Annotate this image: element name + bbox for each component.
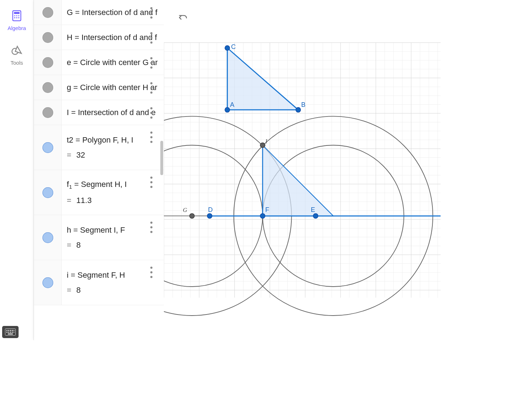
- algebra-row[interactable]: I = Intersection of d and e: [34, 100, 164, 125]
- svg-point-103: [225, 108, 230, 112]
- point-I[interactable]: I: [260, 138, 268, 148]
- visibility-toggle[interactable]: [34, 25, 62, 50]
- point-label: A: [230, 101, 234, 108]
- row-menu-button[interactable]: [147, 132, 155, 143]
- expression-text: f1 = Segment H, I: [67, 179, 127, 191]
- algebra-row[interactable]: e = Circle with center G ar: [34, 50, 164, 75]
- algebra-row[interactable]: i = Segment F, H=8: [34, 260, 164, 305]
- shapes-icon: [9, 43, 25, 58]
- visibility-toggle[interactable]: [34, 260, 62, 305]
- row-menu-button[interactable]: [147, 32, 155, 44]
- visibility-toggle[interactable]: [34, 125, 62, 170]
- svg-rect-19: [14, 332, 14, 333]
- expression-text: H = Intersection of d and f: [67, 32, 157, 43]
- point-label: C: [231, 43, 236, 50]
- equals-sign: =: [67, 239, 71, 251]
- equals-sign: =: [67, 284, 71, 296]
- expression-value: 11.3: [76, 195, 92, 206]
- row-menu-button[interactable]: [147, 177, 155, 188]
- row-menu-button[interactable]: [147, 57, 155, 69]
- svg-point-2: [14, 15, 15, 16]
- visibility-toggle[interactable]: [34, 75, 62, 100]
- point-label: B: [301, 101, 306, 108]
- expression-text: G = Intersection of d and f: [67, 7, 157, 18]
- visibility-toggle[interactable]: [34, 50, 62, 75]
- svg-point-3: [16, 15, 17, 16]
- keyboard-icon: [5, 328, 16, 336]
- svg-point-109: [207, 213, 212, 218]
- algebra-row[interactable]: g = Circle with center H ar: [34, 75, 164, 100]
- svg-point-101: [260, 143, 265, 148]
- visibility-toggle[interactable]: [34, 170, 62, 215]
- point-D[interactable]: D: [207, 206, 212, 218]
- svg-rect-17: [10, 332, 11, 333]
- expression-text: h = Segment I, F: [67, 224, 125, 236]
- point-G[interactable]: G: [183, 207, 194, 218]
- visibility-toggle[interactable]: [34, 215, 62, 260]
- row-menu-button[interactable]: [147, 107, 155, 119]
- circle-filled-gray-icon: [42, 82, 53, 93]
- row-menu-button[interactable]: [147, 267, 155, 278]
- expression-value: 8: [76, 284, 81, 296]
- visibility-toggle[interactable]: [34, 0, 62, 25]
- nav-tools-label: Tools: [10, 60, 23, 66]
- svg-rect-20: [8, 333, 13, 335]
- undo-icon: [178, 12, 188, 22]
- expression-text: t2 = Polygon F, H, I: [67, 134, 133, 146]
- circle-filled-gray-icon: [42, 107, 53, 118]
- svg-rect-13: [12, 330, 13, 331]
- nav-algebra[interactable]: Algebra: [7, 8, 26, 31]
- graphics-canvas[interactable]: GIABCDEF: [164, 0, 441, 340]
- row-menu-button[interactable]: [147, 222, 155, 233]
- circle-filled-gray-icon: [42, 32, 53, 43]
- algebra-row[interactable]: t2 = Polygon F, H, I=32: [34, 125, 164, 170]
- svg-point-4: [18, 15, 19, 16]
- polygon-t2[interactable]: [263, 145, 333, 216]
- svg-point-111: [313, 213, 318, 218]
- point-B[interactable]: B: [296, 101, 306, 112]
- algebra-row[interactable]: h = Segment I, F=8: [34, 215, 164, 260]
- expression-value: 8: [76, 239, 81, 251]
- equals-sign: =: [67, 195, 71, 206]
- svg-rect-14: [14, 330, 14, 331]
- svg-point-7: [18, 17, 19, 18]
- svg-rect-15: [6, 332, 7, 333]
- circle-filled-gray-icon: [42, 7, 53, 18]
- svg-rect-16: [8, 332, 9, 333]
- row-menu-button[interactable]: [147, 7, 155, 19]
- circle-filled-blue-icon: [42, 277, 53, 288]
- algebra-row[interactable]: G = Intersection of d and f: [34, 0, 164, 25]
- algebra-row[interactable]: H = Intersection of d and f: [34, 25, 164, 50]
- undo-button[interactable]: [178, 12, 194, 28]
- svg-point-107: [225, 45, 230, 50]
- svg-rect-18: [12, 332, 13, 333]
- point-label: F: [265, 206, 269, 213]
- circle-filled-blue-icon: [42, 187, 53, 198]
- graphics-view[interactable]: GIABCDEF: [164, 0, 441, 340]
- point-label: E: [311, 206, 315, 213]
- nav-tools[interactable]: Tools: [9, 43, 25, 66]
- svg-point-6: [16, 17, 17, 18]
- row-menu-button[interactable]: [147, 82, 155, 94]
- svg-rect-1: [14, 12, 20, 14]
- visibility-toggle[interactable]: [34, 100, 62, 125]
- svg-rect-10: [6, 330, 7, 331]
- svg-rect-11: [8, 330, 9, 331]
- scrollbar-thumb[interactable]: [160, 141, 163, 175]
- svg-point-105: [296, 108, 301, 112]
- expression-text: I = Intersection of d and e: [67, 107, 156, 118]
- left-nav: Algebra Tools: [0, 0, 34, 340]
- svg-rect-12: [10, 330, 11, 331]
- expression-value: 32: [76, 149, 85, 161]
- point-C[interactable]: C: [225, 43, 236, 50]
- svg-point-99: [190, 213, 194, 218]
- grid: [164, 43, 441, 298]
- algebra-row[interactable]: f1 = Segment H, I=11.3: [34, 170, 164, 215]
- calculator-icon: [9, 8, 25, 24]
- expression-text: i = Segment F, H: [67, 269, 125, 281]
- equals-sign: =: [67, 149, 71, 161]
- virtual-keyboard-button[interactable]: [2, 326, 19, 338]
- circle-filled-blue-icon: [42, 232, 53, 243]
- expression-text: g = Circle with center H ar: [67, 82, 157, 93]
- circle-filled-gray-icon: [42, 57, 53, 68]
